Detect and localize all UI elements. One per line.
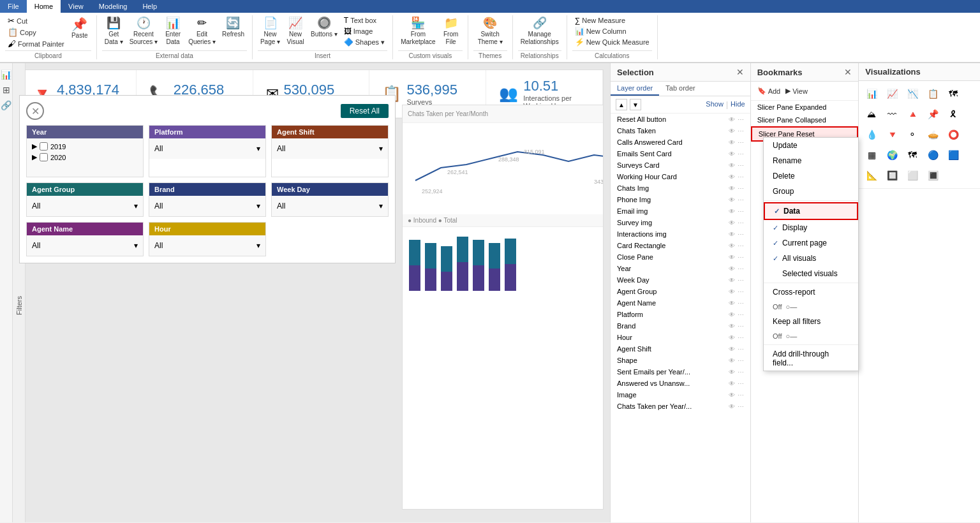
viz-line-clustered[interactable]: 📌 [924, 105, 942, 123]
viz-line[interactable]: 〰 [883, 105, 901, 123]
viz-100pct-bar[interactable]: 📉 [903, 85, 921, 103]
brand-chevron[interactable]: ▾ [256, 202, 260, 210]
year-2019-item[interactable]: ▶2019 [32, 141, 138, 152]
sel-working-hour[interactable]: Working Hour Card 👁 ⋯ [611, 171, 750, 182]
tab-view[interactable]: View [61, 0, 91, 13]
viz-stacked-col[interactable]: 📋 [924, 85, 942, 103]
keep-filters-toggle-icon[interactable]: ○— [785, 332, 797, 340]
viz-scatter[interactable]: ⚬ [903, 126, 921, 144]
viz-pie[interactable]: 🥧 [924, 126, 942, 144]
new-measure-button[interactable]: ∑New Measure [572, 15, 652, 26]
viz-area[interactable]: 🔺 [903, 105, 921, 123]
from-marketplace-button[interactable]: 🏪 FromMarketplace [398, 15, 438, 47]
viz-treemap[interactable]: ▦ [863, 146, 880, 164]
get-data-button[interactable]: 💾 GetData ▾ [102, 15, 126, 47]
viz-map[interactable]: 🌍 [883, 146, 901, 164]
viz-clustered-bar[interactable]: 📈 [883, 85, 901, 103]
agent-name-chevron[interactable]: ▾ [134, 241, 138, 250]
from-file-button[interactable]: 📁 FromFile [440, 15, 463, 47]
viz-gauge[interactable]: 🔵 [924, 146, 942, 164]
ctx-rename[interactable]: Rename [764, 153, 858, 168]
sel-hour[interactable]: Hour 👁 ⋯ [611, 332, 750, 343]
viz-matrix[interactable]: 🔳 [924, 166, 942, 184]
hour-chevron[interactable]: ▾ [256, 241, 260, 250]
agent-shift-chevron[interactable]: ▾ [379, 144, 383, 153]
sel-chats-taken[interactable]: Chats Taken 👁 ⋯ [611, 125, 750, 136]
bm-slicer-collapsed[interactable]: Slicer Pane Collapsed [751, 114, 859, 126]
cut-button[interactable]: ✂Cut [5, 15, 67, 26]
sel-shape[interactable]: Shape 👁 ⋯ [611, 355, 750, 366]
paste-button[interactable]: 📌 Paste [68, 15, 91, 41]
sel-chats-img[interactable]: Chats Img 👁 ⋯ [611, 182, 750, 194]
sel-reset-all-button[interactable]: Reset All button 👁 ⋯ [611, 114, 750, 125]
year-2019-checkbox[interactable] [40, 142, 48, 151]
new-column-button[interactable]: 📊New Column [572, 26, 652, 36]
platform-chevron[interactable]: ▾ [256, 144, 260, 153]
sel-image[interactable]: Image 👁 ⋯ [611, 389, 750, 401]
tab-file[interactable]: File [0, 0, 27, 13]
sel-agent-shift[interactable]: Agent Shift 👁 ⋯ [611, 343, 750, 355]
ctx-display[interactable]: ✓ Display [764, 220, 858, 235]
toggle-off-icon[interactable]: ○— [785, 303, 797, 311]
sel-brand[interactable]: Brand 👁 ⋯ [611, 320, 750, 332]
new-visual-button[interactable]: 📈 NewVisual [284, 15, 307, 47]
viz-100pct-col[interactable]: ⛰ [863, 105, 880, 123]
reset-all-button[interactable]: Reset All [341, 104, 389, 118]
sel-interactions-img[interactable]: Interactions img 👁 ⋯ [611, 228, 750, 240]
ctx-delete[interactable]: Delete [764, 168, 858, 184]
edit-queries-button[interactable]: ✏ EditQueries ▾ [186, 15, 218, 47]
ctx-group[interactable]: Group [764, 184, 858, 199]
ctx-current-page[interactable]: ✓ Current page [764, 235, 858, 251]
sel-emails-sent[interactable]: Emails Sent Card 👁 ⋯ [611, 148, 750, 159]
viz-card[interactable]: 🟦 [944, 146, 962, 164]
viz-funnel[interactable]: 🔻 [883, 126, 901, 144]
recent-sources-button[interactable]: 🕐 RecentSources ▾ [127, 15, 160, 47]
bm-slicer-expanded[interactable]: Slicer Pane Expanded [751, 101, 859, 114]
tab-home[interactable]: Home [27, 0, 61, 13]
ctx-add-drill[interactable]: Add drill-through field... [764, 346, 858, 371]
viz-slicer[interactable]: 🔲 [883, 166, 901, 184]
selection-close-button[interactable]: ✕ [736, 67, 744, 77]
copy-button[interactable]: 📋Copy [5, 27, 67, 38]
viz-waterfall[interactable]: 💧 [863, 126, 880, 144]
switch-theme-button[interactable]: 🎨 SwitchTheme ▾ [475, 15, 505, 47]
image-button[interactable]: 🖼Image [341, 26, 387, 36]
sel-card-rectangle[interactable]: Card Rectangle 👁 ⋯ [611, 240, 750, 251]
bookmarks-close-button[interactable]: ✕ [844, 67, 852, 77]
ctx-data[interactable]: ✓ Data [764, 202, 858, 220]
sel-email-img[interactable]: Email img 👁 ⋯ [611, 205, 750, 217]
show-button[interactable]: Show [706, 100, 724, 109]
move-down-button[interactable]: ▼ [630, 99, 641, 110]
new-page-button[interactable]: 📄 NewPage ▾ [258, 15, 283, 47]
sel-answered-vs[interactable]: Answered vs Unansw... 👁 ⋯ [611, 378, 750, 389]
viz-clustered-col[interactable]: 🗺 [944, 85, 962, 103]
sel-phone-img[interactable]: Phone Img 👁 ⋯ [611, 194, 750, 205]
ctx-selected-visuals[interactable]: ✓ Selected visuals [764, 266, 858, 281]
sel-agent-group[interactable]: Agent Group 👁 ⋯ [611, 286, 750, 297]
refresh-button[interactable]: 🔄 Refresh [219, 15, 247, 40]
enter-data-button[interactable]: 📊 EnterData [161, 15, 184, 47]
sel-year[interactable]: Year 👁 ⋯ [611, 263, 750, 274]
slicer-close-button[interactable]: ✕ [26, 102, 44, 120]
tab-modeling[interactable]: Modeling [91, 0, 135, 13]
viz-stacked-bar[interactable]: 📊 [863, 85, 880, 103]
text-box-button[interactable]: TText box [341, 15, 387, 26]
manage-relationships-button[interactable]: 🔗 ManageRelationships [518, 15, 561, 47]
year-2020-item[interactable]: ▶2020 [32, 152, 138, 163]
shapes-button[interactable]: 🔷Shapes ▾ [341, 37, 387, 47]
sel-agent-name[interactable]: Agent Name 👁 ⋯ [611, 297, 750, 309]
new-quick-measure-button[interactable]: ⚡New Quick Measure [572, 37, 652, 47]
bookmark-view-button[interactable]: ▶ View [785, 87, 808, 95]
move-up-button[interactable]: ▲ [616, 99, 627, 110]
relationship-sidebar-icon[interactable]: 🔗 [1, 100, 11, 110]
hide-button[interactable]: Hide [731, 100, 745, 109]
viz-donut[interactable]: ⭕ [944, 126, 962, 144]
sel-survey-img[interactable]: Survey img 👁 ⋯ [611, 217, 750, 228]
sel-week-day[interactable]: Week Day 👁 ⋯ [611, 274, 750, 286]
sel-platform[interactable]: Platform 👁 ⋯ [611, 309, 750, 320]
sel-close-pane[interactable]: Close Pane 👁 ⋯ [611, 251, 750, 263]
sel-sent-emails[interactable]: Sent Emails per Year/... 👁 ⋯ [611, 366, 750, 378]
ctx-update[interactable]: Update [764, 138, 858, 153]
viz-kpi[interactable]: 📐 [863, 166, 880, 184]
buttons-button[interactable]: 🔘 Buttons ▾ [308, 15, 340, 40]
